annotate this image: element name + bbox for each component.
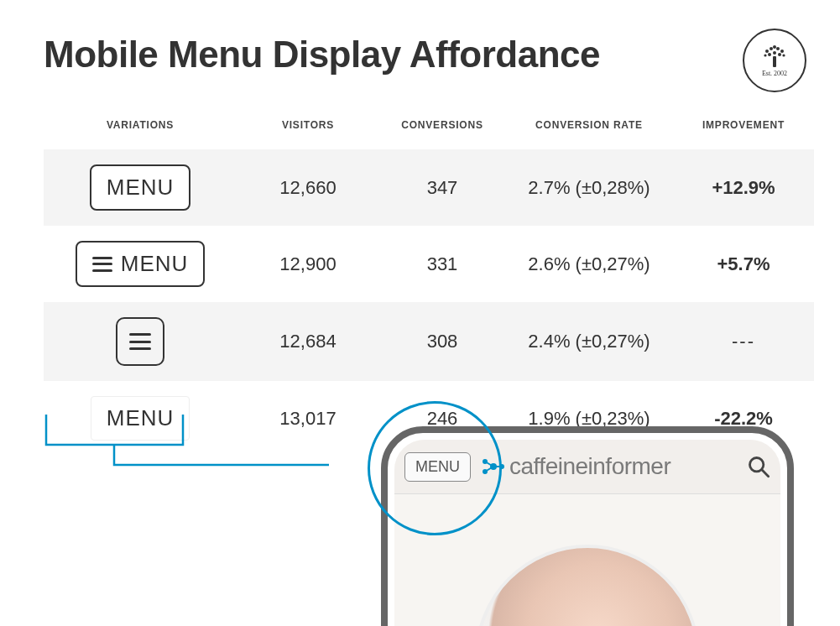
table-row: 12,684 308 2.4% (±0,27%) ---	[44, 302, 814, 381]
svg-point-8	[773, 45, 776, 49]
diagram: MENU	[44, 401, 806, 626]
cell-rate: 2.6% (±0,27%)	[505, 226, 673, 302]
svg-point-5	[780, 50, 784, 53]
page-title: Mobile Menu Display Affordance	[44, 34, 806, 76]
cell-conversions: 347	[379, 149, 505, 226]
col-variations: VARIATIONS	[44, 109, 237, 149]
hero-area	[394, 545, 780, 626]
brand-logo: caffeineinformer	[481, 453, 670, 480]
cell-conversions: 331	[379, 226, 505, 302]
ixdf-logo-badge: Est. 2002	[743, 29, 806, 92]
tree-icon	[760, 44, 789, 68]
svg-point-6	[770, 47, 773, 50]
cell-rate: 2.7% (±0,28%)	[505, 149, 673, 226]
col-improvement: IMPROVEMENT	[673, 109, 814, 149]
svg-point-3	[778, 53, 781, 56]
svg-point-4	[765, 50, 769, 53]
variation-label: MENU	[121, 251, 189, 277]
cell-visitors: 12,900	[237, 226, 379, 302]
svg-point-9	[764, 54, 766, 56]
phone-screen: MENU	[394, 440, 780, 626]
bracket-connector	[44, 415, 337, 498]
table-row: MENU 12,900 331 2.6% (±0,27%) +5.7%	[44, 226, 814, 302]
svg-point-7	[776, 47, 780, 50]
phone-mockup: MENU	[381, 426, 794, 626]
brand-name: caffeineinformer	[509, 453, 670, 480]
cell-rate: 2.4% (±0,27%)	[505, 302, 673, 381]
col-conversions: CONVERSIONS	[379, 109, 505, 149]
cell-improvement: +5.7%	[673, 226, 814, 302]
variation-menu-icon-text-bordered: MENU	[76, 241, 206, 287]
svg-line-19	[762, 470, 769, 477]
col-rate: CONVERSION RATE	[505, 109, 673, 149]
variation-menu-text-bordered: MENU	[90, 164, 191, 211]
hamburger-icon	[92, 257, 112, 272]
svg-point-10	[782, 54, 785, 56]
variation-label: MENU	[107, 175, 175, 201]
cell-visitors: 12,660	[237, 149, 379, 226]
table-row: MENU 12,660 347 2.7% (±0,28%) +12.9%	[44, 149, 814, 226]
svg-point-2	[768, 53, 771, 56]
cell-improvement: ---	[673, 302, 814, 381]
variation-menu-icon-bordered	[116, 317, 164, 366]
col-visitors: VISITORS	[237, 109, 379, 149]
brand-mark-icon	[481, 454, 506, 479]
svg-rect-0	[773, 56, 776, 67]
cell-conversions: 308	[379, 302, 505, 381]
app-bar: MENU	[394, 440, 780, 494]
search-icon[interactable]	[747, 455, 770, 478]
menu-button[interactable]: MENU	[404, 452, 471, 482]
hamburger-icon	[129, 333, 151, 350]
cell-improvement: +12.9%	[673, 149, 814, 226]
logo-est-text: Est. 2002	[762, 70, 787, 77]
cell-visitors: 12,684	[237, 302, 379, 381]
avatar-image	[475, 545, 700, 626]
svg-point-1	[773, 51, 776, 55]
